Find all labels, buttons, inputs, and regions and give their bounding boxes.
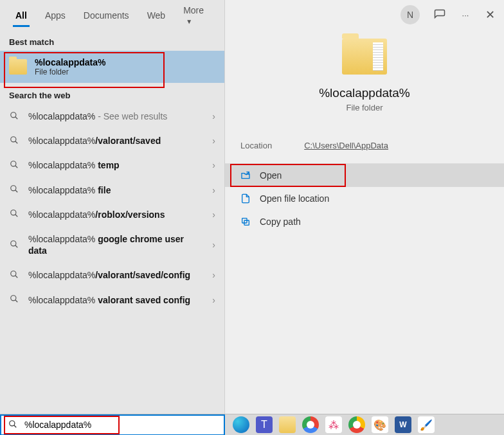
location-link[interactable]: C:\Users\Dell\AppData [304,141,388,150]
folder-icon [342,39,387,75]
taskbar-app-slack[interactable]: ⁂ [325,416,342,433]
taskbar: T ⁂ 🎨 W 🖌️ [0,414,504,435]
search-icon [9,160,19,171]
web-result[interactable]: %localappdata% temp› [0,153,224,177]
action-copy-path-label: Copy path [260,217,301,227]
taskbar-search-box[interactable] [0,414,225,436]
search-icon [9,270,19,281]
web-results-list: %localappdata% - See web results›%locala… [0,104,224,414]
search-icon [9,184,19,195]
open-icon [240,170,251,181]
svg-point-1 [11,137,16,142]
web-result-text: %localappdata% google chrome user data [28,233,203,256]
web-result-text: %localappdata% file [28,184,203,196]
tab-more-label: More [183,5,204,15]
taskbar-app-paint[interactable]: 🎨 [372,416,388,433]
web-result-text: %localappdata%/roblox/versions [28,209,203,220]
search-icon [9,294,19,305]
preview-subtitle: File folder [346,103,382,112]
chevron-right-icon: › [212,270,215,280]
chevron-right-icon: › [212,240,215,250]
best-match-title: %localappdata% [35,57,105,67]
tab-documents[interactable]: Documents [75,3,138,27]
taskbar-app-explorer[interactable] [279,416,296,433]
section-search-web: Search the web [0,83,224,104]
svg-point-0 [11,112,16,117]
best-match-result[interactable]: %localappdata% File folder [0,51,224,83]
web-result[interactable]: %localappdata% file› [0,178,224,202]
web-result-text: %localappdata%/valorant/saved [28,135,203,146]
svg-point-7 [11,296,16,301]
taskbar-app-chrome-canary[interactable] [348,416,365,433]
chevron-right-icon: › [212,209,215,220]
folder-icon [9,59,27,75]
web-result-text: %localappdata% - See web results [28,111,203,122]
web-result[interactable]: %localappdata%/valorant/saved/config› [0,263,224,287]
web-result[interactable]: %localappdata%/roblox/versions› [0,202,224,227]
search-icon [9,111,19,122]
web-result-text: %localappdata% temp [28,159,203,171]
tab-all[interactable]: All [6,3,36,27]
svg-point-4 [11,210,16,215]
taskbar-app-palette[interactable]: 🖌️ [418,416,435,433]
search-icon [9,209,19,220]
action-open[interactable]: Open [225,164,504,187]
avatar[interactable]: N [401,5,420,24]
web-result[interactable]: %localappdata% google chrome user data› [0,227,224,263]
web-result[interactable]: %localappdata%/valorant/saved› [0,129,224,153]
svg-point-3 [11,186,16,191]
chevron-down-icon: ▼ [186,18,192,25]
taskbar-app-word[interactable]: W [395,416,411,433]
search-icon [9,136,19,146]
svg-point-10 [10,420,15,425]
tab-web[interactable]: Web [138,3,175,27]
search-icon [8,420,18,431]
web-result[interactable]: %localappdata% - See web results› [0,104,224,129]
chevron-right-icon: › [212,295,215,305]
section-best-match: Best match [0,30,224,51]
copy-icon [240,217,251,227]
best-match-subtitle: File folder [35,67,105,76]
chevron-right-icon: › [212,160,215,170]
svg-point-6 [11,271,16,276]
location-row: Location C:\Users\Dell\AppData [225,128,504,164]
chevron-right-icon: › [212,111,215,121]
web-result[interactable]: %localappdata% valorant saved config› [0,288,224,312]
more-icon[interactable]: ··· [460,9,471,21]
chevron-right-icon: › [212,185,215,195]
action-open-label: Open [260,170,282,181]
svg-point-2 [11,161,16,166]
search-input[interactable] [24,420,217,430]
web-result-text: %localappdata%/valorant/saved/config [28,269,203,281]
action-open-location[interactable]: Open file location [225,187,504,210]
taskbar-app-edge[interactable] [233,416,249,433]
file-location-icon [240,193,251,204]
taskbar-app-chrome[interactable] [302,416,319,433]
close-icon[interactable]: ✕ [485,8,495,22]
preview-title: %localappdata% [319,86,410,100]
svg-point-5 [11,240,16,245]
search-icon [9,240,19,251]
feedback-icon[interactable] [434,9,446,21]
action-open-location-label: Open file location [260,193,329,204]
action-copy-path[interactable]: Copy path [225,210,504,233]
chevron-right-icon: › [212,136,215,146]
location-label: Location [240,141,272,150]
taskbar-app-teams[interactable]: T [256,416,273,433]
tab-more[interactable]: More ▼ [174,0,218,32]
web-result-text: %localappdata% valorant saved config [28,294,203,306]
tab-apps[interactable]: Apps [36,3,75,27]
